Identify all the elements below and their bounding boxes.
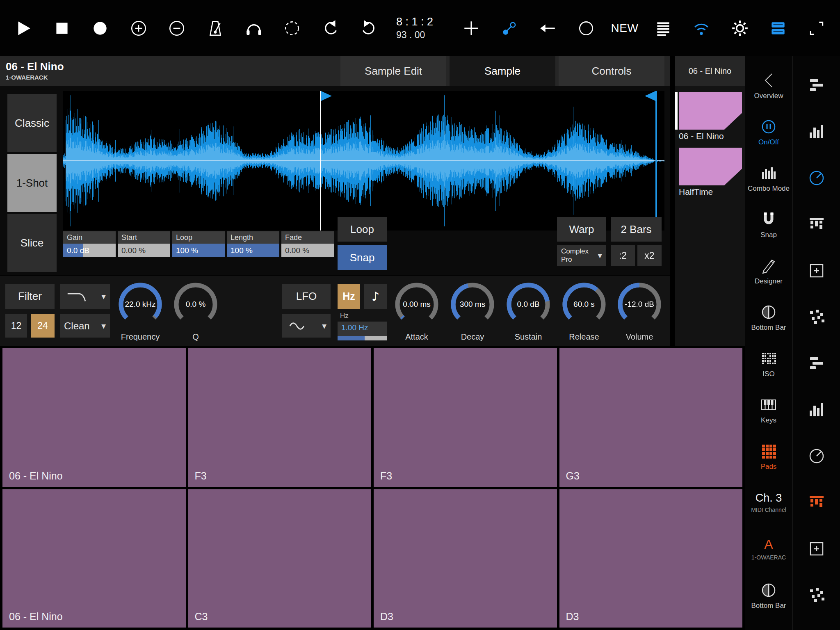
start-param[interactable]: Start 0.00 % <box>118 231 170 257</box>
snap-toggle-button[interactable]: Snap <box>338 245 387 270</box>
loop-toggle-button[interactable]: Loop <box>338 217 387 242</box>
pad-1[interactable]: 06 - El Nino <box>2 348 186 487</box>
loop-value[interactable]: 100 % <box>172 244 225 257</box>
play-button[interactable] <box>12 15 34 42</box>
tab-sample-edit[interactable]: Sample Edit <box>340 56 446 86</box>
view-mixer-button[interactable] <box>793 62 840 108</box>
filter-type-select[interactable]: ▼ <box>60 284 110 309</box>
sustain-knob[interactable]: 0.0 dB <box>504 281 552 328</box>
view-macros-2-button[interactable] <box>793 433 840 479</box>
fade-param[interactable]: Fade 0.00 % <box>281 231 334 257</box>
pad-7[interactable]: D3 <box>374 489 557 628</box>
sidebar-item-midi-channel[interactable]: Ch. 3 MIDI Channel <box>745 479 792 525</box>
release-knob[interactable]: 60.0 s <box>560 281 608 328</box>
pad-8[interactable]: D3 <box>559 489 743 628</box>
sidebar-item-designer[interactable]: Designer <box>745 247 792 294</box>
sidebar-item-onoff[interactable]: On/Off <box>745 108 792 155</box>
lfo-rate-field[interactable]: 1.00 Hz <box>338 322 387 340</box>
filter-mode-select[interactable]: Clean ▼ <box>60 314 110 338</box>
lfo-hz-mode-button[interactable]: Hz <box>338 284 360 309</box>
redo-button[interactable] <box>358 15 380 42</box>
q-knob[interactable]: 0.0 % <box>172 281 219 328</box>
lfo-button[interactable]: LFO <box>282 284 331 309</box>
loop-mode-button[interactable] <box>281 15 303 42</box>
pad-3[interactable]: F3 <box>374 348 557 487</box>
start-value[interactable]: 0.00 % <box>118 244 170 257</box>
fade-value[interactable]: 0.00 % <box>281 244 334 257</box>
browser-item[interactable]: 06 - El Nino <box>675 92 745 145</box>
length-param[interactable]: Length 100 % <box>227 231 279 257</box>
lfo-sync-mode-button[interactable]: ♪ <box>364 284 387 309</box>
sidebar-item-bottom-bar[interactable]: Bottom Bar <box>745 294 792 340</box>
add-button[interactable] <box>460 15 482 42</box>
monitor-button[interactable] <box>243 15 265 42</box>
mode-oneshot-button[interactable]: 1-Shot <box>7 154 57 212</box>
view-macros-button[interactable] <box>793 155 840 201</box>
pad-6[interactable]: C3 <box>188 489 372 628</box>
queue-button[interactable] <box>652 15 674 42</box>
view-scatter-2-button[interactable] <box>793 572 840 618</box>
tab-sample[interactable]: Sample <box>450 56 555 86</box>
circle-button[interactable] <box>575 15 597 42</box>
zoom-in-button[interactable] <box>128 15 150 42</box>
view-meters-2-button[interactable] <box>793 386 840 433</box>
gain-value[interactable]: 0.0 dB <box>63 244 116 257</box>
warp-mode-select[interactable]: Complex Pro ▼ <box>557 245 606 266</box>
browser-item[interactable]: HalfTime <box>675 148 745 201</box>
sidebar-item-combo-mode[interactable]: Combo Mode <box>745 155 792 201</box>
frequency-knob[interactable]: 22.0 kHz <box>116 281 164 328</box>
view-scatter-button[interactable] <box>793 294 840 340</box>
pad-5[interactable]: 06 - El Nino <box>2 489 186 628</box>
settings-button[interactable] <box>729 15 751 42</box>
loop-param[interactable]: Loop 100 % <box>172 231 225 257</box>
view-sequencer-button[interactable] <box>793 201 840 247</box>
record-button[interactable] <box>89 15 111 42</box>
wifi-button[interactable] <box>690 15 712 42</box>
start-marker[interactable] <box>320 91 321 231</box>
undo-button[interactable] <box>320 15 342 42</box>
back-button[interactable] <box>537 15 559 42</box>
attack-knob[interactable]: 0.00 ms <box>393 281 441 328</box>
pad-2[interactable]: F3 <box>188 348 372 487</box>
half-tempo-button[interactable]: :2 <box>611 245 635 266</box>
sidebar-item-rack[interactable]: A 1-OWAERAC <box>745 525 792 572</box>
warp-button[interactable]: Warp <box>557 217 606 242</box>
sidebar-item-overview[interactable]: Overview <box>745 62 792 108</box>
time-display[interactable]: 8 : 1 : 2 93 . 00 <box>396 15 444 41</box>
view-sequencer-2-button[interactable] <box>793 479 840 525</box>
new-button[interactable]: NEW <box>614 15 636 42</box>
sidebar-item-snap[interactable]: Snap <box>745 201 792 247</box>
sidebar-item-bottom-bar-2[interactable]: Bottom Bar <box>745 572 792 618</box>
volume-knob[interactable]: -12.0 dB <box>616 281 663 328</box>
sample-browser-panel: 06 - El Nino 06 - El Nino HalfTime <box>670 56 745 346</box>
sidebar-item-iso[interactable]: ISO <box>745 340 792 386</box>
waveform-canvas[interactable] <box>63 91 664 231</box>
stop-button[interactable] <box>51 15 73 42</box>
lfo-rate-slider[interactable] <box>338 336 387 340</box>
zoom-out-button[interactable] <box>166 15 188 42</box>
filter-button[interactable]: Filter <box>5 284 55 309</box>
slope-12-button[interactable]: 12 <box>5 314 27 338</box>
bars-button[interactable]: 2 Bars <box>611 217 662 242</box>
view-quad-button[interactable] <box>793 247 840 294</box>
double-tempo-button[interactable]: x2 <box>637 245 662 266</box>
lfo-wave-select[interactable]: ▼ <box>282 314 331 338</box>
tab-controls[interactable]: Controls <box>559 56 664 86</box>
sidebar-item-keys[interactable]: Keys <box>745 386 792 433</box>
fullscreen-button[interactable] <box>806 15 828 42</box>
slope-24-button[interactable]: 24 <box>31 314 55 338</box>
view-mixer-2-button[interactable] <box>793 340 840 386</box>
mode-slice-button[interactable]: Slice <box>7 214 57 272</box>
view-quad-2-button[interactable] <box>793 525 840 572</box>
view-meters-button[interactable] <box>793 108 840 155</box>
length-value[interactable]: 100 % <box>227 244 279 257</box>
decay-knob[interactable]: 300 ms <box>449 281 496 328</box>
mode-classic-button[interactable]: Classic <box>7 94 57 152</box>
gain-param[interactable]: Gain 0.0 dB <box>63 231 116 257</box>
pad-4[interactable]: G3 <box>559 348 743 487</box>
sidebar-item-pads[interactable]: Pads <box>745 433 792 479</box>
routing-button[interactable] <box>498 15 520 42</box>
layers-button[interactable] <box>767 15 789 42</box>
end-marker[interactable] <box>655 91 657 231</box>
metronome-button[interactable] <box>204 15 226 42</box>
